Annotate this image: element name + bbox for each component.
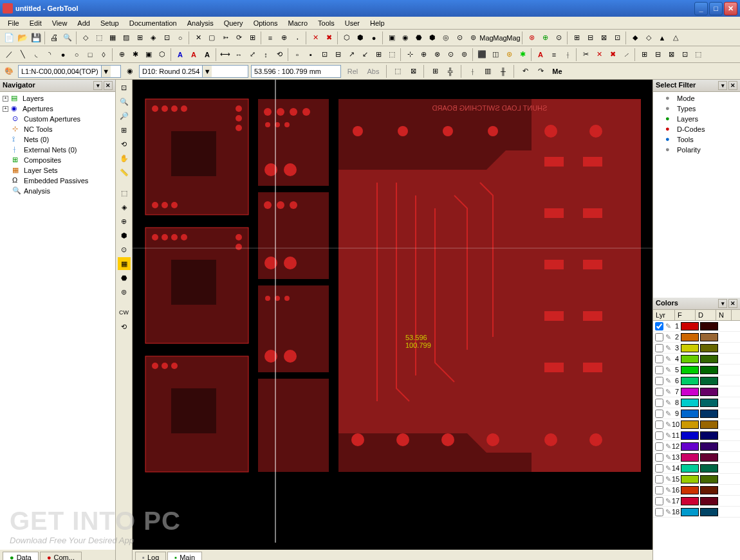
close-button[interactable]: ✕ <box>724 2 737 15</box>
tool-button[interactable]: ⬣ <box>412 32 425 44</box>
menu-add[interactable]: Add <box>72 18 95 28</box>
menu-file[interactable]: File <box>3 18 24 28</box>
bg-color-swatch[interactable] <box>700 464 718 473</box>
snap-button[interactable]: ⊙ <box>444 48 457 61</box>
menu-view[interactable]: View <box>47 18 73 28</box>
zoom-in-button[interactable]: 🔍 <box>118 95 131 108</box>
select-button[interactable]: ◈ <box>118 201 131 213</box>
draw-button[interactable]: ◊ <box>97 48 110 61</box>
tool-button[interactable]: ⊞ <box>246 32 259 44</box>
bg-color-swatch[interactable] <box>700 366 718 374</box>
edit-button[interactable]: ⊟ <box>331 48 344 61</box>
tool-button[interactable]: ⊡ <box>611 32 624 44</box>
fg-color-swatch[interactable] <box>681 388 699 396</box>
color-row-5[interactable]: ✎5 <box>653 365 740 375</box>
bg-color-swatch[interactable] <box>700 355 718 363</box>
tool-button[interactable]: ▣ <box>385 32 398 44</box>
draw-button[interactable]: ○ <box>70 48 83 61</box>
misc-button[interactable]: ◫ <box>489 48 502 61</box>
tool-button[interactable]: △ <box>669 32 682 44</box>
tab-main[interactable]: ▪Main <box>167 552 202 561</box>
nav-item-embedded[interactable]: ΩEmbedded Passives <box>1 176 114 186</box>
draw-button[interactable]: ◝ <box>43 48 56 61</box>
tab-log[interactable]: ▪Log <box>135 552 166 561</box>
tool-button[interactable]: ⊚ <box>467 32 479 44</box>
ruler-button[interactable]: ⟊ <box>466 65 479 78</box>
snap-button[interactable]: ⊚ <box>458 48 470 61</box>
text2-button[interactable]: ≡ <box>548 48 560 61</box>
layer-visible-checkbox[interactable] <box>655 420 663 429</box>
layer-combo[interactable]: L1:N-C00,000,004(TOP) ▼ <box>18 65 121 78</box>
nav-item-analysis[interactable]: 🔍Analysis <box>1 186 114 196</box>
color-row-15[interactable]: ✎15 <box>653 474 740 485</box>
bg-color-swatch[interactable] <box>700 388 718 396</box>
menu-query[interactable]: Query <box>219 18 248 28</box>
layer-visible-checkbox[interactable] <box>655 344 663 352</box>
pan-button[interactable]: ✋ <box>118 152 131 165</box>
filter-item-layers[interactable]: ●Layers <box>654 114 739 124</box>
preview-button[interactable]: 🔍 <box>61 32 74 44</box>
panel-pin-button[interactable]: ▾ <box>718 299 727 308</box>
align-button[interactable]: ⊡ <box>678 48 691 61</box>
dim-button[interactable]: ↔ <box>232 48 245 61</box>
color-row-4[interactable]: ✎4 <box>653 354 740 365</box>
ccw-button[interactable]: ⟲ <box>118 320 131 333</box>
color-row-9[interactable]: ✎9 <box>653 408 740 419</box>
layer-visible-checkbox[interactable] <box>655 410 663 418</box>
cut-button[interactable]: ✕ <box>593 48 606 61</box>
dcode-icon-button[interactable]: ◉ <box>124 65 136 78</box>
color-row-8[interactable]: ✎8 <box>653 397 740 408</box>
fg-color-swatch[interactable] <box>681 497 699 505</box>
minimize-button[interactable]: _ <box>694 2 708 15</box>
snap-button[interactable]: ⊹ <box>403 48 416 61</box>
fg-color-swatch[interactable] <box>681 410 699 418</box>
tool-button[interactable]: ◇ <box>642 32 655 44</box>
bg-color-swatch[interactable] <box>700 377 718 385</box>
text-button[interactable]: A <box>174 48 187 61</box>
tool-button[interactable]: Mag <box>480 32 493 44</box>
color-row-3[interactable]: ✎3 <box>653 343 740 354</box>
undo-button[interactable]: ↶ <box>519 65 532 78</box>
color-row-1[interactable]: ✎1 <box>653 321 740 332</box>
dim-button[interactable]: ⟲ <box>273 48 286 61</box>
color-row-10[interactable]: ✎10 <box>653 419 740 430</box>
select-button[interactable]: ⊙ <box>118 243 131 256</box>
tool-button[interactable]: ◇ <box>79 32 92 44</box>
select-button[interactable]: ⬚ <box>118 186 131 199</box>
align-button[interactable]: ⊟ <box>651 48 664 61</box>
filter-item-tools[interactable]: ●Tools <box>654 134 739 145</box>
bg-color-swatch[interactable] <box>700 410 718 418</box>
nav-item-custom[interactable]: ⊙Custom Apertures <box>1 114 114 124</box>
draw-button[interactable]: □ <box>84 48 97 61</box>
edit-button[interactable]: ⬚ <box>385 48 398 61</box>
select-button[interactable]: ⊕ <box>118 215 131 228</box>
bg-color-swatch[interactable] <box>700 420 718 429</box>
fg-color-swatch[interactable] <box>681 431 699 440</box>
menu-options[interactable]: Options <box>248 18 283 28</box>
fg-color-swatch[interactable] <box>681 508 699 516</box>
cut-button[interactable]: ✖ <box>606 48 619 61</box>
filter-item-d-codes[interactable]: ●D-Codes <box>654 124 739 134</box>
menu-setup[interactable]: Setup <box>95 18 124 28</box>
tool-button[interactable]: ➳ <box>219 32 232 44</box>
view-button[interactable]: ⊠ <box>407 65 420 78</box>
fg-color-swatch[interactable] <box>681 475 699 483</box>
maximize-button[interactable]: □ <box>709 2 723 15</box>
grid-button[interactable]: ╬ <box>444 65 457 78</box>
menu-edit[interactable]: Edit <box>24 18 47 28</box>
tool-button[interactable]: ⊞ <box>133 32 146 44</box>
draw-button[interactable]: ╲ <box>16 48 29 61</box>
fg-color-swatch[interactable] <box>681 322 699 330</box>
text-button[interactable]: A <box>187 48 200 61</box>
fg-color-swatch[interactable] <box>681 344 699 352</box>
fg-color-swatch[interactable] <box>681 464 699 473</box>
paint-button[interactable]: 🎨 <box>3 65 15 78</box>
fg-color-swatch[interactable] <box>681 442 699 451</box>
zoom-out-button[interactable]: 🔎 <box>118 109 131 122</box>
tool-button[interactable]: ▦ <box>106 32 119 44</box>
text2-button[interactable]: ⟊ <box>561 48 574 61</box>
tool-button[interactable]: ⬢ <box>426 32 439 44</box>
layer-visible-checkbox[interactable] <box>655 486 663 494</box>
zoom-prev-button[interactable]: ⟲ <box>118 138 131 150</box>
filter-item-types[interactable]: ●Types <box>654 104 739 114</box>
